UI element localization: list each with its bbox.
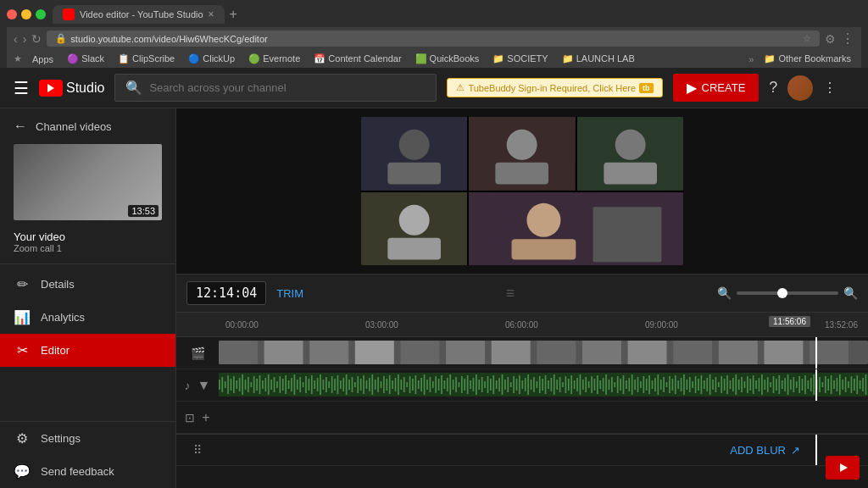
video-thumbnail[interactable]: 13:53 xyxy=(14,144,162,220)
bookmark-launch-lab[interactable]: 📁 LAUNCH LAB xyxy=(559,53,638,65)
svg-rect-40 xyxy=(242,374,243,395)
tab-title: Video editor - YouTube Studio xyxy=(80,9,203,19)
svg-rect-17 xyxy=(219,341,258,364)
svg-rect-187 xyxy=(666,382,668,387)
svg-rect-36 xyxy=(231,379,232,391)
bookmark-slack[interactable]: 🟣 Slack xyxy=(64,53,108,65)
sidebar-item-settings[interactable]: ⚙ Settings xyxy=(0,422,175,455)
svg-rect-229 xyxy=(787,374,789,395)
forward-button[interactable]: › xyxy=(23,32,27,46)
audio-playhead-line xyxy=(815,369,817,401)
svg-rect-184 xyxy=(657,374,659,395)
svg-rect-177 xyxy=(637,377,639,392)
playhead-time: 11:56:06 xyxy=(769,316,810,327)
zoom-out-icon[interactable]: 🔍 xyxy=(717,286,732,300)
svg-rect-83 xyxy=(366,380,368,389)
svg-rect-193 xyxy=(683,374,685,395)
help-icon[interactable]: ? xyxy=(769,79,777,97)
bookmark-clickup[interactable]: 🔵 ClickUp xyxy=(185,53,238,65)
bookmark-clipscribe[interactable]: 📋 ClipScribe xyxy=(114,53,178,65)
svg-rect-182 xyxy=(652,380,654,389)
svg-rect-253 xyxy=(856,375,858,394)
svg-rect-248 xyxy=(842,380,843,390)
audio-add-button[interactable]: ▼ xyxy=(198,378,211,393)
svg-rect-35 xyxy=(227,375,229,394)
bookmark-other[interactable]: 📁 Other Bookmarks xyxy=(760,53,854,65)
menu-dots-icon[interactable]: ⋮ xyxy=(841,30,854,47)
svg-rect-98 xyxy=(409,376,411,393)
svg-rect-106 xyxy=(432,381,434,388)
svg-rect-72 xyxy=(334,379,336,391)
svg-rect-48 xyxy=(264,378,266,391)
svg-rect-160 xyxy=(588,381,590,388)
user-avatar[interactable] xyxy=(787,75,813,101)
zoom-in-icon[interactable]: 🔍 xyxy=(843,286,858,300)
svg-rect-171 xyxy=(620,379,621,391)
svg-rect-55 xyxy=(285,375,287,394)
sidebar-item-analytics[interactable]: 📊 Analytics xyxy=(0,301,175,334)
svg-rect-81 xyxy=(360,379,362,391)
svg-rect-109 xyxy=(441,375,442,394)
trim-button[interactable]: TRIM xyxy=(276,287,303,300)
main-content: ← Channel videos 13:53 Your video Zoom c… xyxy=(0,108,868,488)
bookmark-evernote[interactable]: 🟢 Evernote xyxy=(245,53,303,65)
svg-rect-207 xyxy=(724,379,726,391)
svg-rect-256 xyxy=(865,374,867,395)
create-button[interactable]: ▶ CREATE xyxy=(673,74,760,102)
video-track-bar[interactable] xyxy=(219,341,868,364)
svg-rect-5 xyxy=(496,163,549,185)
svg-rect-51 xyxy=(274,377,275,392)
more-bookmarks[interactable]: » xyxy=(748,54,754,64)
add-blur-button[interactable]: ADD BLUR ↗ xyxy=(730,444,800,457)
svg-rect-162 xyxy=(594,379,596,391)
svg-rect-227 xyxy=(782,380,783,389)
minimize-traffic-light[interactable] xyxy=(21,9,31,19)
bookmark-content-calendar[interactable]: 📅 Content Calendar xyxy=(310,53,404,65)
extensions-icon[interactable]: ⚙ xyxy=(825,32,836,46)
timecode-display: 12:14:04 xyxy=(186,281,266,305)
svg-rect-142 xyxy=(536,381,537,388)
details-icon: ✏ xyxy=(14,276,31,292)
sidebar-item-feedback[interactable]: 💬 Send feedback xyxy=(0,455,175,488)
new-tab-button[interactable]: + xyxy=(230,7,237,22)
tubebuddy-banner[interactable]: ⚠ TubeBuddy Sign-in Required, Click Here… xyxy=(447,78,662,97)
reload-button[interactable]: ↻ xyxy=(31,32,42,46)
svg-rect-194 xyxy=(687,380,688,390)
back-button[interactable]: ‹ xyxy=(14,32,18,46)
svg-rect-141 xyxy=(533,377,535,392)
svg-rect-70 xyxy=(328,381,330,388)
address-bar[interactable]: 🔒 studio.youtube.com/video/Hiw6WhecKCg/e… xyxy=(47,30,820,47)
drag-handle-icon: ≡ xyxy=(506,285,515,302)
editor-area: 12:14:04 TRIM ≡ 🔍 🔍 00:00:00 xyxy=(176,108,868,488)
sidebar-back-button[interactable]: ← Channel videos xyxy=(0,108,175,144)
settings-label: Settings xyxy=(41,432,81,445)
subtitles-add-button[interactable]: + xyxy=(202,410,209,425)
audio-track-bar[interactable] xyxy=(219,373,868,396)
close-traffic-light[interactable] xyxy=(7,9,17,19)
subscribe-button[interactable] xyxy=(826,456,860,480)
svg-rect-22 xyxy=(446,341,485,364)
svg-rect-223 xyxy=(770,382,771,387)
svg-rect-101 xyxy=(418,380,420,389)
search-bar[interactable]: 🔍 xyxy=(114,74,437,102)
topbar-more-icon[interactable]: ⋮ xyxy=(823,80,837,96)
hamburger-menu-icon[interactable]: ☰ xyxy=(14,78,29,98)
bookmark-apps[interactable]: Apps xyxy=(29,53,57,65)
svg-point-4 xyxy=(507,130,537,160)
sidebar-item-details[interactable]: ✏ Details xyxy=(0,268,175,301)
browser-tab-active[interactable]: Video editor - YouTube Studio × xyxy=(53,5,225,24)
bookmark-quickbooks[interactable]: 🟩 QuickBooks xyxy=(412,53,483,65)
zoom-slider[interactable] xyxy=(737,291,838,295)
svg-rect-215 xyxy=(747,376,748,393)
playhead-indicator: 11:56:06 xyxy=(769,316,810,327)
youtube-studio-logo[interactable]: Studio xyxy=(39,80,104,97)
star-icon[interactable]: ☆ xyxy=(803,33,811,44)
sidebar-item-editor[interactable]: ✂ Editor xyxy=(0,334,175,367)
svg-rect-95 xyxy=(400,380,402,390)
svg-rect-47 xyxy=(262,380,264,389)
maximize-traffic-light[interactable] xyxy=(36,9,46,19)
search-input[interactable] xyxy=(149,81,426,94)
tab-close-button[interactable]: × xyxy=(209,8,214,20)
bookmark-society[interactable]: 📁 SOCIETY xyxy=(489,53,551,65)
svg-rect-173 xyxy=(626,380,627,389)
